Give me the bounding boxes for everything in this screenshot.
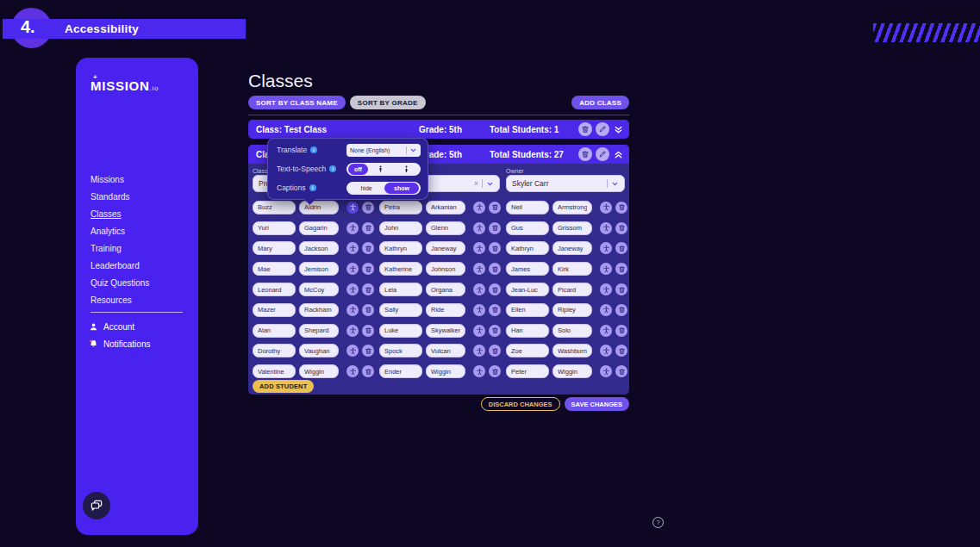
student-last-input[interactable]	[426, 221, 465, 235]
edit-class-button[interactable]	[596, 147, 609, 161]
student-accessibility-button[interactable]	[600, 325, 612, 337]
student-first-input[interactable]	[253, 241, 296, 255]
student-accessibility-button[interactable]	[600, 242, 612, 254]
student-first-input[interactable]	[379, 344, 422, 357]
student-delete-button[interactable]	[615, 345, 627, 357]
student-last-input[interactable]	[426, 344, 465, 357]
student-delete-button[interactable]	[362, 365, 374, 377]
student-last-input[interactable]	[299, 324, 339, 338]
student-delete-button[interactable]	[615, 202, 627, 214]
sidebar-item-leaderboard[interactable]: Leaderboard	[91, 257, 186, 274]
student-accessibility-button[interactable]	[346, 283, 359, 295]
student-first-input[interactable]	[253, 221, 296, 235]
info-icon[interactable]: i	[310, 146, 317, 153]
student-last-input[interactable]	[299, 262, 339, 276]
student-first-input[interactable]	[379, 241, 422, 255]
student-accessibility-button[interactable]	[473, 365, 485, 377]
student-accessibility-button[interactable]	[346, 202, 359, 214]
student-accessibility-button[interactable]	[473, 202, 485, 214]
student-first-input[interactable]	[379, 262, 422, 276]
student-accessibility-button[interactable]	[346, 242, 359, 254]
student-last-input[interactable]	[552, 283, 592, 296]
student-last-input[interactable]	[299, 303, 339, 317]
student-last-input[interactable]	[299, 201, 339, 214]
save-changes-button[interactable]: SAVE CHANGES	[565, 397, 629, 411]
student-delete-button[interactable]	[489, 345, 501, 357]
tts-off-button[interactable]: off	[348, 164, 368, 175]
student-first-input[interactable]	[253, 324, 296, 338]
collapse-class-button[interactable]	[613, 148, 624, 160]
student-delete-button[interactable]	[489, 222, 501, 234]
student-accessibility-button[interactable]	[600, 202, 612, 214]
student-accessibility-button[interactable]	[473, 304, 485, 316]
student-delete-button[interactable]	[362, 345, 374, 357]
sort-by-grade-button[interactable]: SORT BY GRADE	[350, 96, 426, 109]
captions-show-button[interactable]: show	[384, 183, 419, 194]
student-delete-button[interactable]	[615, 365, 627, 377]
student-first-input[interactable]	[506, 324, 549, 338]
captions-hide-button[interactable]: hide	[348, 185, 384, 191]
student-delete-button[interactable]	[362, 283, 374, 295]
sidebar-item-analytics[interactable]: Analytics	[91, 222, 186, 239]
sidebar-item-classes[interactable]: Classes	[91, 205, 186, 222]
student-accessibility-button[interactable]	[600, 365, 612, 377]
student-last-input[interactable]	[299, 283, 339, 296]
student-accessibility-button[interactable]	[473, 345, 485, 357]
sidebar-item-standards[interactable]: Standards	[91, 188, 186, 205]
student-accessibility-button[interactable]	[346, 304, 359, 316]
add-student-button[interactable]: ADD STUDENT	[253, 380, 314, 393]
student-delete-button[interactable]	[615, 283, 627, 295]
student-delete-button[interactable]	[489, 202, 501, 214]
student-delete-button[interactable]	[362, 222, 374, 234]
student-first-input[interactable]	[506, 364, 549, 378]
student-first-input[interactable]	[506, 201, 549, 214]
student-last-input[interactable]	[552, 364, 592, 378]
student-accessibility-button[interactable]	[600, 222, 612, 234]
student-delete-button[interactable]	[362, 304, 374, 316]
sidebar-item-notifications[interactable]: Notifications	[89, 335, 186, 352]
student-first-input[interactable]	[506, 344, 549, 357]
student-last-input[interactable]	[552, 344, 592, 357]
student-accessibility-button[interactable]	[600, 345, 612, 357]
student-accessibility-button[interactable]	[473, 263, 485, 275]
female-voice-icon[interactable]	[393, 165, 419, 173]
student-delete-button[interactable]	[489, 283, 501, 295]
student-delete-button[interactable]	[615, 325, 627, 337]
student-accessibility-button[interactable]	[346, 263, 359, 275]
student-first-input[interactable]	[253, 344, 296, 357]
student-last-input[interactable]	[552, 221, 592, 235]
student-accessibility-button[interactable]	[473, 283, 485, 295]
student-first-input[interactable]	[253, 303, 296, 317]
student-first-input[interactable]	[253, 262, 296, 276]
student-last-input[interactable]	[299, 344, 339, 357]
student-last-input[interactable]	[299, 221, 339, 235]
expand-class-button[interactable]	[613, 123, 624, 135]
sidebar-item-account[interactable]: Account	[89, 318, 186, 335]
student-accessibility-button[interactable]	[600, 263, 612, 275]
student-first-input[interactable]	[379, 303, 422, 317]
add-class-button[interactable]: ADD CLASS	[571, 96, 629, 109]
delete-class-button[interactable]	[578, 122, 592, 136]
student-first-input[interactable]	[379, 221, 422, 235]
student-first-input[interactable]	[253, 283, 296, 296]
clear-x-icon[interactable]: ×	[474, 179, 478, 188]
student-delete-button[interactable]	[362, 242, 374, 254]
student-delete-button[interactable]	[615, 263, 627, 275]
student-first-input[interactable]	[379, 364, 422, 378]
student-delete-button[interactable]	[489, 242, 501, 254]
student-last-input[interactable]	[552, 241, 592, 255]
student-first-input[interactable]	[379, 201, 422, 214]
sidebar-item-training[interactable]: Training	[91, 239, 186, 257]
student-accessibility-button[interactable]	[473, 222, 485, 234]
info-icon[interactable]: i	[329, 165, 336, 172]
student-first-input[interactable]	[506, 221, 549, 235]
student-delete-button[interactable]	[489, 304, 501, 316]
student-last-input[interactable]	[299, 241, 339, 255]
chat-button[interactable]	[83, 492, 110, 519]
student-delete-button[interactable]	[615, 304, 627, 316]
student-delete-button[interactable]	[615, 242, 627, 254]
sidebar-item-quiz-questions[interactable]: Quiz Questions	[91, 274, 186, 291]
student-accessibility-button[interactable]	[346, 345, 359, 357]
student-accessibility-button[interactable]	[473, 242, 485, 254]
student-delete-button[interactable]	[615, 222, 627, 234]
